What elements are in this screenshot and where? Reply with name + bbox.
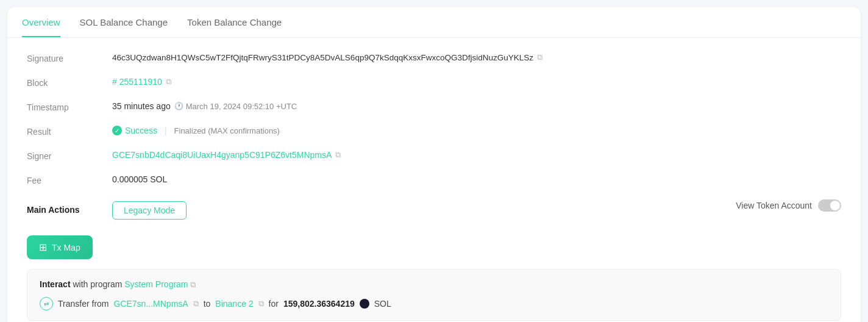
to-label: to — [204, 299, 211, 309]
signature-value: 46c3UQzdwan8H1QWsC5wT2FfQjtqFRwryS31tPDC… — [112, 52, 841, 62]
fee-value: 0.000005 SOL — [112, 174, 841, 184]
transfer-amount: 159,802.36364219 — [283, 299, 355, 309]
block-value: # 255111910 ⧉ — [112, 77, 841, 87]
main-actions-row: Main Actions Legacy Mode View Token Acco… — [27, 199, 841, 220]
signer-link[interactable]: GCE7snbD4dCaqi8UiUaxH4gyanp5C91P6Z6vt5MN… — [112, 150, 332, 160]
view-token-label: View Token Account — [736, 201, 812, 210]
signature-text: 46c3UQzdwan8H1QWsC5wT2FfQjtqFRwryS31tPDC… — [112, 53, 533, 62]
tx-card: Interact with program System Program ⧉ ⇄… — [27, 269, 841, 321]
tx-map-area: ⊞ Tx Map — [27, 233, 841, 259]
block-row: Block # 255111910 ⧉ — [27, 77, 841, 88]
signer-label: Signer — [27, 150, 112, 161]
from-address-link[interactable]: GCE7sn...MNpmsA — [114, 299, 188, 309]
clock-icon: 🕐 — [174, 102, 183, 110]
transfer-label: Transfer from — [58, 299, 109, 309]
overview-content: Signature 46c3UQzdwan8H1QWsC5wT2FfQjtqFR… — [7, 38, 861, 322]
fee-row: Fee 0.000005 SOL — [27, 174, 841, 185]
divider: | — [165, 126, 167, 135]
view-token-toggle[interactable] — [818, 199, 841, 212]
tab-bar: Overview SOL Balance Change Token Balanc… — [7, 7, 861, 38]
tab-sol-balance-change[interactable]: SOL Balance Change — [80, 7, 168, 37]
tx-map-button[interactable]: ⊞ Tx Map — [27, 235, 93, 259]
timestamp-label: Timestamp — [27, 101, 112, 112]
sol-badge-icon — [360, 299, 369, 309]
fee-label: Fee — [27, 174, 112, 185]
signature-label: Signature — [27, 52, 112, 63]
signature-row: Signature 46c3UQzdwan8H1QWsC5wT2FfQjtqFR… — [27, 52, 841, 63]
result-row: Result ✓ Success | Finalized (MAX confir… — [27, 126, 841, 137]
finalized-text: Finalized (MAX confirmations) — [174, 126, 280, 135]
signer-value: GCE7snbD4dCaqi8UiUaxH4gyanp5C91P6Z6vt5MN… — [112, 150, 841, 160]
timestamp-relative: 35 minutes ago — [112, 101, 171, 111]
program-copy-icon[interactable]: ⧉ — [190, 280, 196, 289]
success-label: Success — [125, 126, 157, 135]
transfer-icon: ⇄ — [40, 297, 53, 310]
tx-card-header: Interact with program System Program ⧉ — [40, 279, 828, 290]
block-copy-icon[interactable]: ⧉ — [166, 77, 171, 87]
signature-copy-icon[interactable]: ⧉ — [537, 52, 542, 62]
to-address-link[interactable]: Binance 2 — [215, 299, 253, 309]
from-copy-icon[interactable]: ⧉ — [193, 299, 199, 309]
legacy-mode-button[interactable]: Legacy Mode — [112, 201, 187, 220]
fee-text: 0.000005 SOL — [112, 174, 167, 184]
program-link[interactable]: System Program — [124, 279, 188, 289]
success-dot: ✓ — [112, 126, 122, 135]
main-actions-label: Main Actions — [27, 204, 112, 215]
with-program-text: with program — [73, 279, 122, 289]
timestamp-value: 35 minutes ago 🕐 March 19, 2024 09:52:10… — [112, 101, 841, 111]
timestamp-row: Timestamp 35 minutes ago 🕐 March 19, 202… — [27, 101, 841, 112]
status-success: ✓ Success — [112, 126, 157, 135]
tx-transfer-row: ⇄ Transfer from GCE7sn...MNpmsA ⧉ to Bin… — [40, 297, 828, 310]
tx-map-icon: ⊞ — [39, 242, 47, 253]
signer-row: Signer GCE7snbD4dCaqi8UiUaxH4gyanp5C91P6… — [27, 150, 841, 161]
timestamp-absolute: 🕐 March 19, 2024 09:52:10 +UTC — [174, 102, 297, 111]
interact-label: Interact — [40, 279, 71, 289]
result-value: ✓ Success | Finalized (MAX confirmations… — [112, 126, 841, 135]
for-label: for — [269, 299, 279, 309]
result-label: Result — [27, 126, 112, 137]
tab-token-balance-change[interactable]: Token Balance Change — [187, 7, 282, 37]
view-token-area: View Token Account — [736, 199, 841, 212]
block-label: Block — [27, 77, 112, 88]
signer-copy-icon[interactable]: ⧉ — [335, 150, 341, 160]
to-copy-icon[interactable]: ⧉ — [258, 299, 264, 309]
tab-overview[interactable]: Overview — [22, 7, 60, 37]
currency-label: SOL — [374, 299, 391, 309]
main-actions-value: Legacy Mode — [112, 199, 841, 220]
block-link[interactable]: # 255111910 — [112, 77, 162, 87]
